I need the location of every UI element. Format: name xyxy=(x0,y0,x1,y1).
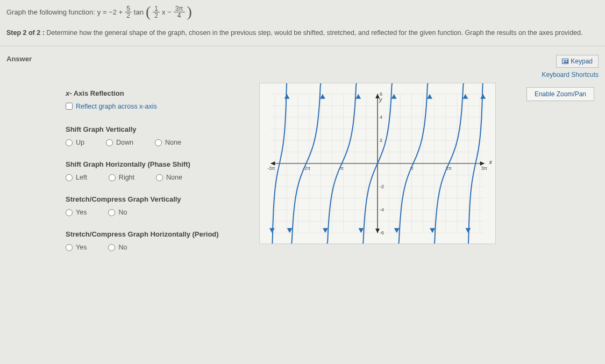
reflect-checkbox[interactable] xyxy=(66,103,73,110)
plot-svg: -6-4-2246-3π-2π-ππ2π3π xyxy=(260,83,495,244)
stretch-v-yes[interactable]: Yes xyxy=(66,209,87,216)
x-axis-label: x xyxy=(489,159,493,165)
y-axis-label: y xyxy=(379,96,382,103)
fraction-5-2: 5 2 xyxy=(125,5,132,19)
svg-marker-56 xyxy=(392,94,397,99)
function-expression: Graph the following function: y = −2 + 5… xyxy=(6,4,599,19)
svg-marker-53 xyxy=(287,228,293,233)
svg-text:-4: -4 xyxy=(380,207,384,212)
group-shift-horizontal: Shift Graph Horizontally (Phase Shift) L… xyxy=(66,160,232,181)
svg-marker-62 xyxy=(480,94,486,99)
svg-marker-58 xyxy=(427,94,432,99)
group-reflection: x- Axis Reflection Reflect graph across … xyxy=(66,89,232,112)
svg-text:4: 4 xyxy=(380,115,382,120)
svg-marker-50 xyxy=(284,94,290,99)
stretch-h-no[interactable]: No xyxy=(108,244,127,251)
shift-v-title: Shift Graph Vertically xyxy=(66,125,232,133)
shift-v-down[interactable]: Down xyxy=(106,139,133,146)
prompt-text: Graph the following function: xyxy=(6,8,95,16)
answer-label: Answer xyxy=(6,55,32,63)
svg-marker-34 xyxy=(480,161,485,166)
answer-bar: Answer Keypad Keyboard Shortcuts xyxy=(0,46,605,83)
svg-marker-37 xyxy=(375,229,380,233)
group-shift-vertical: Shift Graph Vertically Up Down None xyxy=(66,125,232,146)
main-area: x- Axis Reflection Reflect graph across … xyxy=(0,83,605,266)
shift-h-none[interactable]: None xyxy=(156,174,182,181)
stretch-v-title: Stretch/Compress Graph Vertically xyxy=(66,195,232,203)
svg-marker-57 xyxy=(358,228,364,233)
radio-down[interactable] xyxy=(106,139,113,146)
svg-marker-59 xyxy=(394,228,400,233)
shift-v-none[interactable]: None xyxy=(155,139,181,146)
radio-none-v[interactable] xyxy=(155,139,162,146)
right-paren: ) xyxy=(187,4,192,19)
svg-text:-3π: -3π xyxy=(267,166,275,171)
stretch-h-title: Stretch/Compress Graph Horizontally (Per… xyxy=(66,230,232,238)
reflection-title: x- Axis Reflection xyxy=(66,89,232,97)
equation-lhs: y = −2 + xyxy=(97,8,123,16)
stretch-v-no[interactable]: No xyxy=(108,209,127,216)
radio-none-h[interactable] xyxy=(156,174,163,181)
radio-stretch-v-no[interactable] xyxy=(108,209,115,216)
group-stretch-horizontal: Stretch/Compress Graph Horizontally (Per… xyxy=(66,230,232,251)
fraction-3pi-4: 3π 4 xyxy=(174,5,185,19)
step-label: Step 2 of 2 : xyxy=(6,29,45,37)
svg-text:-2: -2 xyxy=(380,184,384,189)
left-paren: ( xyxy=(146,4,151,19)
shift-h-title: Shift Graph Horizontally (Phase Shift) xyxy=(66,160,232,168)
toolbar: Keypad Keyboard Shortcuts xyxy=(542,55,599,78)
x-minus: x − xyxy=(162,8,172,16)
svg-marker-51 xyxy=(269,228,275,233)
reflect-text: Reflect graph across x-axis xyxy=(76,103,157,110)
tan-label: tan xyxy=(134,8,144,16)
radio-up[interactable] xyxy=(66,139,73,146)
shift-v-up[interactable]: Up xyxy=(66,139,84,146)
step-instructions: Step 2 of 2 : Determine how the general … xyxy=(6,25,599,46)
keypad-icon xyxy=(562,59,568,64)
step-body: Determine how the general shape of the g… xyxy=(46,29,582,37)
svg-marker-60 xyxy=(462,94,468,99)
fraction-1-2: 1 2 xyxy=(153,5,160,19)
question-header: Graph the following function: y = −2 + 5… xyxy=(0,0,605,46)
radio-stretch-v-yes[interactable] xyxy=(66,209,73,216)
stretch-h-yes[interactable]: Yes xyxy=(66,244,87,251)
svg-marker-35 xyxy=(271,161,275,166)
graph-canvas[interactable]: y x -6-4-2246-3π-2π-ππ2π3π xyxy=(259,83,496,244)
graph-panel: Enable Zoom/Pan y x -6-4-2246-3π-2π-ππ2π… xyxy=(248,83,599,266)
keypad-button[interactable]: Keypad xyxy=(556,55,599,68)
radio-stretch-h-yes[interactable] xyxy=(66,244,73,251)
radio-stretch-h-no[interactable] xyxy=(108,244,115,251)
svg-marker-63 xyxy=(465,228,471,233)
zoom-pan-button[interactable]: Enable Zoom/Pan xyxy=(526,87,594,101)
shift-h-left[interactable]: Left xyxy=(66,174,87,181)
shift-h-right[interactable]: Right xyxy=(109,174,134,181)
svg-text:-6: -6 xyxy=(380,230,384,235)
reflect-checkbox-label[interactable]: Reflect graph across x-axis xyxy=(66,103,157,110)
radio-right[interactable] xyxy=(109,174,116,181)
svg-marker-54 xyxy=(355,94,361,99)
svg-text:3π: 3π xyxy=(481,166,487,171)
keypad-label: Keypad xyxy=(571,58,593,65)
radio-left[interactable] xyxy=(66,174,73,181)
svg-marker-55 xyxy=(323,228,328,233)
keyboard-shortcuts-link[interactable]: Keyboard Shortcuts xyxy=(542,71,599,78)
controls-panel: x- Axis Reflection Reflect graph across … xyxy=(6,83,232,266)
svg-text:2: 2 xyxy=(380,138,382,143)
group-stretch-vertical: Stretch/Compress Graph Vertically Yes No xyxy=(66,195,232,216)
